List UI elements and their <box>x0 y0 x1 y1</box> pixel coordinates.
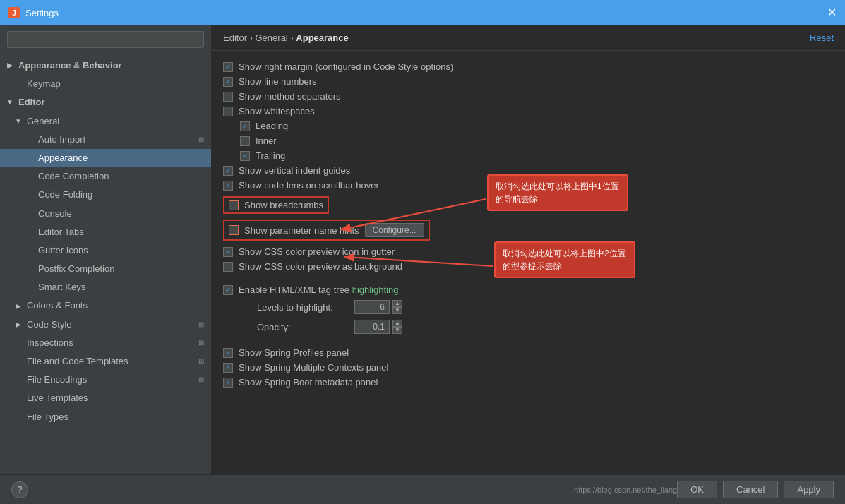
tree-arrow: ▶ <box>6 61 14 71</box>
content-header: Editor › General › Appearance Reset <box>212 25 845 51</box>
option-label: Show whitespaces <box>239 106 315 116</box>
configure-button[interactable]: Configure... <box>365 223 424 237</box>
option-label: Show right margin (configured in Code St… <box>239 61 453 72</box>
checkbox-show-breadcrumbs[interactable] <box>229 200 239 210</box>
sidebar-item-code-completion[interactable]: Code Completion <box>0 167 211 186</box>
sidebar-label: File Encodings <box>27 373 87 386</box>
parameter-hints-highlight-box: Show parameter name hints Configure... <box>223 220 430 241</box>
option-html-xml: Enable HTML/XML tag tree highlighting <box>223 282 834 297</box>
option-label: Show line numbers <box>239 76 317 87</box>
checkbox-css-color-background[interactable] <box>223 262 233 272</box>
sidebar-item-colors-fonts[interactable]: ▶ Colors & Fonts <box>0 296 211 315</box>
sidebar-label: File Types <box>27 411 68 424</box>
sidebar-item-auto-import[interactable]: Auto Import ⊞ <box>0 131 211 149</box>
search-input[interactable] <box>7 31 204 48</box>
sidebar-label: Live Templates <box>27 392 88 404</box>
spinner-down[interactable]: ▼ <box>392 307 402 314</box>
option-label: Show code lens on scrollbar hover <box>239 180 379 191</box>
title-bar: J Settings ✕ <box>0 0 845 25</box>
checkbox-spring-boot[interactable] <box>223 378 233 388</box>
badge-icon: ⊞ <box>198 135 204 145</box>
checkbox-html-xml[interactable] <box>223 285 233 295</box>
option-label: Show parameter name hints <box>244 225 359 236</box>
sidebar-label: Editor Tabs <box>38 226 84 239</box>
spinner-down[interactable]: ▼ <box>392 327 402 334</box>
spinner-arrows: ▲ ▼ <box>392 320 402 334</box>
option-label: Show CSS color preview icon in gutter <box>239 246 395 257</box>
sidebar-label: General <box>27 115 59 128</box>
checkbox-code-lens[interactable] <box>223 181 233 191</box>
sidebar-label: Gutter Icons <box>38 244 88 257</box>
sidebar-item-console[interactable]: Console <box>0 205 211 223</box>
sidebar-item-live-templates[interactable]: Live Templates <box>0 389 211 407</box>
watermark: https://blog.csdn.net/the_liang <box>574 486 677 494</box>
option-label: Show Spring Boot metadata panel <box>239 377 378 388</box>
option-spring-multiple: Show Spring Multiple Contexts panel <box>223 360 834 375</box>
sidebar-item-general[interactable]: ▼ General <box>0 112 211 131</box>
sidebar-label: Editor <box>18 96 45 109</box>
reset-button[interactable]: Reset <box>810 32 834 43</box>
sidebar-label: Code Completion <box>38 170 109 183</box>
sidebar-item-smart-keys[interactable]: Smart Keys <box>0 278 211 296</box>
dialog-footer: ? https://blog.csdn.net/the_liang OK Can… <box>0 474 845 504</box>
option-label: Trailing <box>256 150 285 161</box>
sidebar-label: Code Folding <box>38 188 92 201</box>
spinner-up[interactable]: ▲ <box>392 300 402 307</box>
option-label: Show Spring Multiple Contexts panel <box>239 362 388 373</box>
option-trailing: Trailing <box>223 148 834 163</box>
sidebar-item-file-types[interactable]: File Types <box>0 408 211 426</box>
sidebar-item-file-encodings[interactable]: File Encodings ⊞ <box>0 371 211 389</box>
tree-arrow: ▶ <box>14 301 23 311</box>
sidebar-item-postfix-completion[interactable]: Postfix Completion <box>0 260 211 278</box>
sidebar-item-inspections[interactable]: Inspections ⊞ <box>0 334 211 352</box>
sidebar-item-appearance-behavior[interactable]: ▶ Appearance & Behavior <box>0 56 211 75</box>
option-label: Show method separators <box>239 91 341 102</box>
sidebar-item-gutter-icons[interactable]: Gutter Icons <box>0 241 211 260</box>
option-leading: Leading <box>223 119 834 133</box>
checkbox-leading[interactable] <box>240 121 250 131</box>
sidebar-item-file-code-templates[interactable]: File and Code Templates ⊞ <box>0 352 211 371</box>
sidebar-item-appearance[interactable]: Appearance <box>0 149 211 167</box>
checkbox-trailing[interactable] <box>240 151 250 161</box>
close-button[interactable]: ✕ <box>827 7 837 18</box>
sidebar-item-keymap[interactable]: Keymap <box>0 75 211 93</box>
levels-input[interactable] <box>354 300 390 314</box>
sidebar-item-code-style[interactable]: ▶ Code Style ⊞ <box>0 316 211 334</box>
option-spring-profiles: Show Spring Profiles panel <box>223 345 834 360</box>
sidebar-label: File and Code Templates <box>27 355 128 368</box>
checkbox-show-whitespaces[interactable] <box>223 107 233 116</box>
sidebar-item-code-folding[interactable]: Code Folding <box>0 186 211 204</box>
opacity-input[interactable] <box>354 320 390 334</box>
levels-spinner: ▲ ▼ <box>354 300 402 314</box>
checkbox-inner[interactable] <box>240 136 250 146</box>
checkbox-spring-profiles[interactable] <box>223 348 233 358</box>
option-label: Show breadcrumbs <box>244 200 323 210</box>
ok-button[interactable]: OK <box>677 481 717 498</box>
checkbox-vertical-indent-guides[interactable] <box>223 166 233 176</box>
sidebar-item-editor[interactable]: ▼ Editor <box>0 93 211 112</box>
checkbox-show-method-separators[interactable] <box>223 92 233 102</box>
option-show-method-separators: Show method separators <box>223 89 834 104</box>
checkbox-spring-multiple[interactable] <box>223 363 233 373</box>
checkbox-css-color-preview[interactable] <box>223 247 233 257</box>
content-body: Show right margin (configured in Code St… <box>212 51 845 474</box>
badge-icon: ⊞ <box>198 356 204 366</box>
sidebar-label: Colors & Fonts <box>27 299 88 312</box>
main-content: ▶ Appearance & Behavior Keymap ▼ Editor … <box>0 25 845 474</box>
spinner-arrows: ▲ ▼ <box>392 300 402 314</box>
checkbox-show-parameter-hints[interactable] <box>229 225 239 235</box>
option-show-whitespaces: Show whitespaces <box>223 104 834 119</box>
option-show-right-margin: Show right margin (configured in Code St… <box>223 59 834 74</box>
checkbox-show-line-numbers[interactable] <box>223 77 233 87</box>
option-label: Leading <box>256 121 288 131</box>
sidebar-item-editor-tabs[interactable]: Editor Tabs <box>0 223 211 241</box>
dialog-title: Settings <box>25 8 59 18</box>
apply-button[interactable]: Apply <box>784 481 834 498</box>
option-label: Show Spring Profiles panel <box>239 347 349 358</box>
spinner-up[interactable]: ▲ <box>392 320 402 327</box>
checkbox-show-right-margin[interactable] <box>223 62 233 72</box>
cancel-button[interactable]: Cancel <box>723 481 778 498</box>
content-panel: Editor › General › Appearance Reset Show… <box>212 25 845 474</box>
sidebar-label: Inspections <box>27 337 73 349</box>
help-button[interactable]: ? <box>11 481 28 498</box>
